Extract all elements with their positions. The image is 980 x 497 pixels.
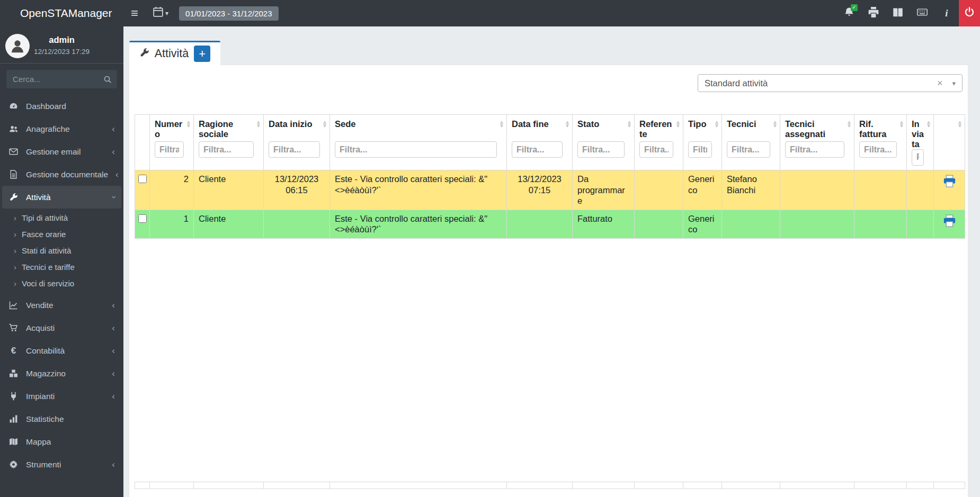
column-header-tecnici-assegnati[interactable]: Tecnici assegnati ▲▼ [780,115,854,170]
column-header-data-fine[interactable]: Data fine ▲▼ [507,115,573,170]
sidebar-item-label: Impianti [26,392,104,401]
filter-input-sede[interactable] [335,141,497,158]
filter-input-numero[interactable] [155,141,184,158]
sidebar-item-strumenti[interactable]: Strumenti ‹ [0,453,123,476]
sidebar-nav: Dashboard Anagrafiche ‹ Gestione email ‹… [0,95,123,476]
gear-icon [8,460,19,469]
sidebar-item-impianti[interactable]: Impianti ‹ [0,385,123,408]
sidebar-item-anagrafiche[interactable]: Anagrafiche ‹ [0,118,123,140]
sidebar-subitem-stati-di-attivita[interactable]: › Stati di attività [0,242,123,259]
column-header-referente[interactable]: Referente ▲▼ [635,115,683,170]
add-activity-button[interactable]: + [194,46,210,62]
column-header-stato[interactable]: Stato ▲▼ [573,115,635,170]
print-icon[interactable] [943,214,956,230]
sort-icon[interactable]: ▲▼ [186,120,191,128]
user-icon [10,38,25,54]
column-header-inviata[interactable]: Inviata ▲▼ [907,115,934,170]
table-row[interactable]: 2 Cliente 13/12/2023 06:15 Este - Via co… [135,170,965,210]
notifications-button[interactable]: ✓ [837,0,861,26]
about-button[interactable]: i [934,0,959,26]
printer-icon [868,7,879,20]
sidebar-item-acquisti[interactable]: Acquisti ‹ [0,317,123,339]
sidebar-item-magazzino[interactable]: Magazzino ‹ [0,362,123,385]
sidebar-toggle-button[interactable]: ≡ [123,0,146,26]
column-header-sede[interactable]: Sede ▲▼ [330,115,507,170]
chevron-right-icon: › [14,279,16,288]
filter-input-referente[interactable] [639,141,673,158]
sidebar-item-contabilita[interactable]: € Contabilità ‹ [0,339,123,362]
sidebar-item-mappa[interactable]: Mappa [0,430,123,453]
print-shortcut-button[interactable] [861,0,886,26]
search-icon[interactable] [98,70,117,88]
plug-icon [8,392,19,401]
caret-down-icon: ▾ [952,79,956,87]
sort-icon[interactable]: ▲▼ [322,120,327,128]
sort-icon[interactable]: ▲▼ [675,120,681,128]
filter-input-inviata[interactable] [859,141,897,158]
row-checkbox[interactable] [138,175,147,183]
wrench-icon [8,193,19,202]
filter-input-tecnici-assegnati[interactable] [785,141,844,158]
sort-icon[interactable]: ▲▼ [957,120,963,128]
logout-button[interactable] [959,0,980,26]
chevron-right-icon: › [14,246,16,255]
hamburger-icon: ≡ [131,6,138,21]
filter-input-inviata[interactable] [912,149,924,166]
cell-rif-fattura [854,170,907,210]
cell-checkbox [135,210,150,238]
tab-attivita[interactable]: Attività + [129,41,220,65]
table-row[interactable]: 1 Cliente Este - Via controllo caratteri… [135,210,965,238]
avatar[interactable] [5,34,30,58]
sidebar-item-label: Anagrafiche [26,124,104,134]
chevron-left-icon: ‹ [112,392,115,401]
check-icon: ✓ [852,4,856,10]
column-header-tecnici[interactable]: Tecnici ▲▼ [722,115,780,170]
users-icon [8,124,19,133]
sort-icon[interactable]: ▲▼ [256,120,261,128]
sort-icon[interactable]: ▲▼ [499,120,504,128]
chevron-left-icon: ‹ [112,323,115,332]
sort-icon[interactable]: ▲▼ [565,120,570,128]
sidebar-subitem-voci-di-servizio[interactable]: › Voci di servizio [0,275,123,292]
filter-input-tipo[interactable] [688,141,712,158]
row-checkbox[interactable] [138,214,147,223]
cell-tipo: Generico [683,170,722,210]
sidebar-item-dashboard[interactable]: Dashboard [0,95,123,118]
clear-icon[interactable]: × [937,78,943,89]
sidebar-item-gestione-documentale[interactable]: Gestione documentale ‹ [0,163,123,186]
column-header-actions[interactable]: ▲▼ [934,115,965,170]
sort-icon[interactable]: ▲▼ [714,120,719,128]
sidebar-item-statistiche[interactable]: Statistiche [0,408,123,430]
sort-icon[interactable]: ▲▼ [926,120,931,128]
calendar-dropdown-button[interactable]: ▾ [146,0,176,26]
sort-icon[interactable]: ▲▼ [899,120,904,128]
sidebar-item-vendite[interactable]: Vendite ‹ [0,294,123,317]
date-range-badge[interactable]: 01/01/2023 - 31/12/2023 [179,6,278,21]
sidebar-item-attivita[interactable]: Attività ‹ [2,186,121,209]
sidebar-item-gestione-email[interactable]: Gestione email ‹ [0,140,123,163]
sidebar-search [6,70,117,88]
sidebar-subitem-tecnici-e-tariffe[interactable]: › Tecnici e tariffe [0,259,123,275]
column-header-numero[interactable]: Numero ▲▼ [150,115,194,170]
cell-ragione-sociale: Cliente [194,170,264,210]
cell-numero: 1 [150,210,194,238]
filter-input-ragione-sociale[interactable] [199,141,254,158]
filter-input-data-fine[interactable] [512,141,563,158]
sidebar-subitem-tipi-di-attivita[interactable]: › Tipi di attività [0,210,123,226]
sort-icon[interactable]: ▲▼ [847,120,852,128]
column-header-rif-fattura[interactable]: Rif. fattura ▲▼ [854,115,907,170]
docs-button[interactable] [886,0,910,26]
filter-input-tecnici[interactable] [727,141,770,158]
sort-icon[interactable]: ▲▼ [772,120,778,128]
print-icon[interactable] [943,175,956,191]
column-header-ragione-sociale[interactable]: Ragione sociale ▲▼ [194,115,264,170]
view-filter-select[interactable]: Standard attività × ▾ [698,74,963,92]
filter-input-stato[interactable] [577,141,625,158]
column-header-data-inizio[interactable]: Data inizio ▲▼ [264,115,330,170]
sidebar-subitem-fasce-orarie[interactable]: › Fasce orarie [0,226,123,242]
shortcuts-button[interactable] [910,0,934,26]
column-header-tipo[interactable]: Tipo ▲▼ [683,115,722,170]
top-navbar: OpenSTAManager ≡ ▾ 01/01/2023 - 31/12/20… [0,0,980,26]
sort-icon[interactable]: ▲▼ [627,120,632,128]
filter-input-data-inizio[interactable] [269,141,320,158]
